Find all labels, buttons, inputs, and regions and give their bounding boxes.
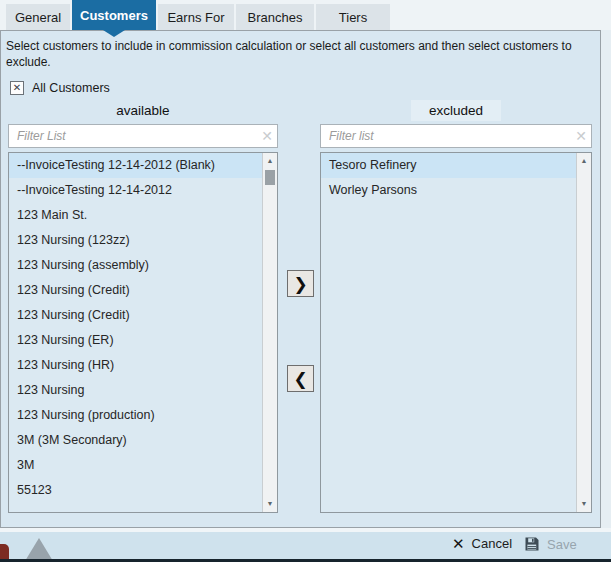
list-item[interactable]: Tesoro Refinery [321, 153, 576, 178]
cancel-button[interactable]: ✕ Cancel [452, 536, 512, 551]
list-item[interactable]: --InvoiceTesting 12-14-2012 [9, 178, 262, 203]
all-customers-checkbox[interactable]: ✕ [10, 81, 24, 95]
tab-customers[interactable]: Customers [72, 0, 156, 30]
panel-right-margin [601, 30, 611, 532]
customers-tab-dialog: General Customers Earns For Branches Tie… [0, 0, 611, 562]
excluded-column-header: excluded [320, 100, 592, 121]
clear-filter-icon[interactable]: ✕ [257, 128, 277, 144]
move-to-available-button[interactable]: ❮ [287, 365, 314, 392]
list-item[interactable]: Worley Parsons [321, 178, 576, 203]
available-listbox: --InvoiceTesting 12-14-2012 (Blank)--Inv… [8, 152, 278, 513]
list-item[interactable]: 123 Nursing (HR) [9, 353, 262, 378]
save-button[interactable]: Save [524, 536, 577, 552]
footer-bar: ✕ Cancel Save [0, 532, 611, 560]
available-scrollbar[interactable]: ▲ ▼ [262, 153, 277, 512]
scroll-up-icon[interactable]: ▲ [263, 154, 277, 168]
tab-general[interactable]: General [6, 4, 70, 30]
scrollbar-thumb[interactable] [265, 170, 275, 185]
all-customers-row: ✕ All Customers [10, 81, 110, 95]
excluded-listbox: Tesoro RefineryWorley Parsons ▲ ▼ [320, 152, 592, 513]
excluded-header-label: excluded [411, 100, 501, 121]
instruction-text: Select customers to include in commissio… [6, 39, 598, 70]
move-to-excluded-button[interactable]: ❯ [287, 270, 314, 297]
clear-filter-icon[interactable]: ✕ [571, 128, 591, 144]
list-item[interactable]: --InvoiceTesting 12-14-2012 (Blank) [9, 153, 262, 178]
list-item[interactable]: 123 Nursing (ER) [9, 328, 262, 353]
available-filter-box: ✕ [8, 124, 278, 148]
list-item[interactable]: 3M [9, 453, 262, 478]
list-item[interactable]: 123 Nursing (Credit) [9, 278, 262, 303]
list-item[interactable]: 123 Nursing (production) [9, 403, 262, 428]
scroll-down-icon[interactable]: ▼ [577, 497, 591, 511]
list-item[interactable]: 55123 [9, 478, 262, 503]
chevron-right-icon: ❯ [293, 274, 307, 294]
chevron-left-icon: ❮ [293, 369, 307, 389]
list-item[interactable]: 123 Nursing (123zz) [9, 228, 262, 253]
available-column-header: available [8, 103, 278, 118]
list-item[interactable]: 3M (3M Secondary) [9, 428, 262, 453]
cancel-x-icon: ✕ [452, 536, 465, 551]
list-item[interactable]: 123 Nursing [9, 378, 262, 403]
excluded-filter-box: ✕ [320, 124, 592, 148]
list-item[interactable]: 123 Nursing (Credit) [9, 303, 262, 328]
save-icon [524, 536, 540, 552]
all-customers-label: All Customers [32, 81, 110, 95]
tab-tiers[interactable]: Tiers [316, 4, 390, 30]
tab-earns-for[interactable]: Earns For [158, 4, 234, 30]
scroll-up-icon[interactable]: ▲ [577, 154, 591, 168]
excluded-scrollbar[interactable]: ▲ ▼ [576, 153, 591, 512]
tab-branches[interactable]: Branches [236, 4, 314, 30]
tab-bar: General Customers Earns For Branches Tie… [6, 0, 390, 30]
scroll-down-icon[interactable]: ▼ [263, 497, 277, 511]
cancel-label: Cancel [472, 536, 512, 551]
excluded-list: Tesoro RefineryWorley Parsons [321, 153, 576, 512]
excluded-filter-input[interactable] [321, 125, 571, 147]
available-filter-input[interactable] [9, 125, 257, 147]
checkbox-check-icon: ✕ [13, 83, 21, 93]
list-item[interactable]: 123 Nursing (assembly) [9, 253, 262, 278]
list-item[interactable]: 123 Main St. [9, 203, 262, 228]
available-list: --InvoiceTesting 12-14-2012 (Blank)--Inv… [9, 153, 262, 512]
save-label: Save [547, 537, 577, 552]
